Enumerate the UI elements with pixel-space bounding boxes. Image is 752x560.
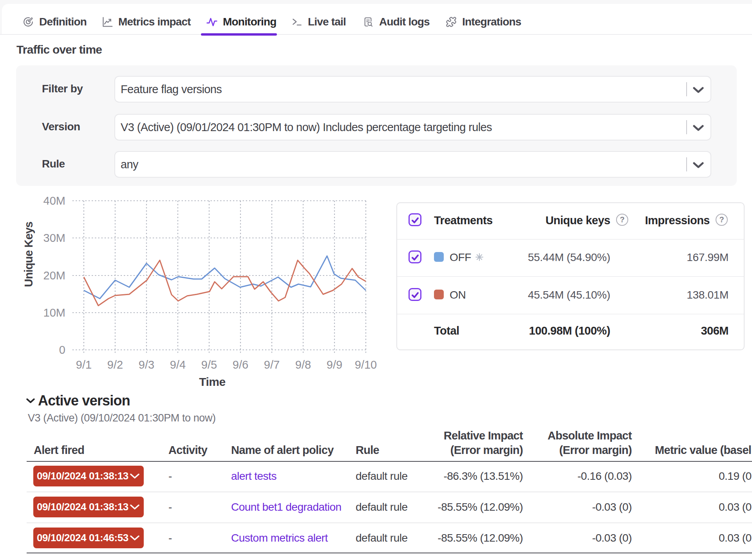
svg-text:9/7: 9/7 [264,358,280,371]
svg-text:9/6: 9/6 [233,358,248,371]
svg-text:30M: 30M [43,232,65,244]
svg-text:20M: 20M [43,269,65,282]
svg-text:10M: 10M [43,306,65,319]
svg-text:Time: Time [199,375,225,388]
svg-text:Unique Keys: Unique Keys [22,222,35,287]
svg-text:9/8: 9/8 [295,358,311,371]
svg-text:9/3: 9/3 [139,358,154,371]
svg-text:0: 0 [59,344,65,356]
svg-text:9/1: 9/1 [76,358,92,371]
svg-text:9/2: 9/2 [107,358,123,371]
svg-text:9/9: 9/9 [327,358,342,371]
svg-text:40M: 40M [43,194,65,207]
svg-text:9/10: 9/10 [355,358,377,371]
svg-text:9/5: 9/5 [201,358,217,371]
svg-text:9/4: 9/4 [170,358,186,371]
